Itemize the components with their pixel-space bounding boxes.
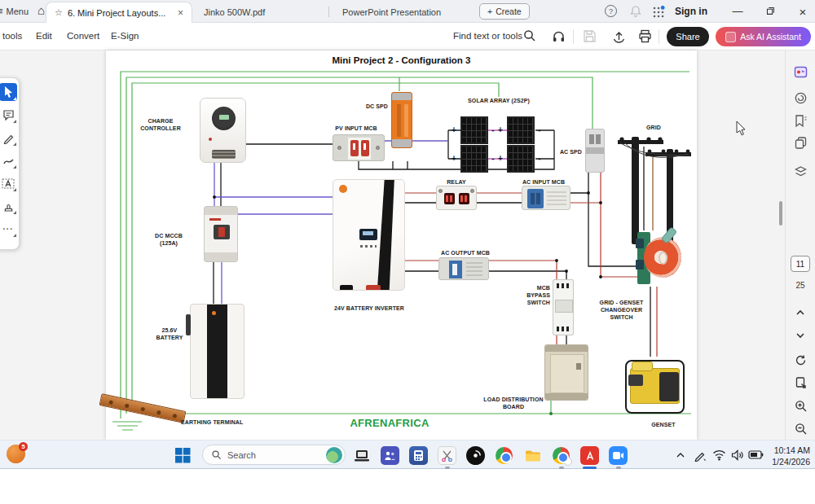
app-window: ≡ Menu ⌂ ☆ 6. Mini Project Layouts... × …	[0, 0, 815, 504]
taskbar-app-acrobat[interactable]	[580, 446, 599, 465]
rotate-page-icon[interactable]	[794, 353, 808, 367]
tray-date: 1/24/2026	[772, 456, 810, 467]
share-label: Share	[676, 32, 699, 42]
create-button[interactable]: + Create	[479, 3, 530, 20]
select-tool[interactable]	[0, 83, 17, 101]
stamp-tool[interactable]	[0, 197, 17, 215]
polarity-plus: +	[450, 154, 458, 163]
restore-button[interactable]	[762, 5, 778, 19]
battery-label: 25.6V BATTERY	[137, 327, 202, 341]
grid-label: GRID	[629, 124, 678, 131]
taskbar-app-chrome[interactable]	[495, 446, 513, 465]
tray-volume-icon[interactable]	[731, 449, 744, 461]
pages-panel-icon[interactable]	[794, 136, 808, 150]
stamp-icon	[2, 200, 15, 213]
ask-ai-assistant-button[interactable]: Ask AI Assistant	[716, 27, 811, 46]
taskbar-app-calculator[interactable]	[409, 446, 428, 465]
taskbar-app-obs[interactable]	[466, 446, 485, 465]
ac-input-mcb-label: AC INPUT MCB	[503, 178, 584, 186]
add-text-tool[interactable]	[0, 174, 17, 192]
quick-tools-palette: ···	[0, 77, 20, 250]
print-icon[interactable]	[637, 28, 653, 44]
text-box-icon	[2, 177, 15, 190]
tab-label: Jinko 500W.pdf	[204, 7, 265, 17]
minimize-button[interactable]: —	[729, 5, 746, 17]
tray-clock[interactable]: 10:14 AM 1/24/2026	[772, 445, 810, 467]
dc-mccb-device	[204, 206, 238, 262]
more-tools[interactable]: ···	[0, 220, 17, 238]
share-button[interactable]: Share	[667, 27, 709, 46]
all-tools-menu[interactable]: All tools	[0, 31, 22, 41]
star-icon[interactable]: ☆	[55, 7, 63, 18]
grid-poles	[618, 137, 691, 244]
running-indicator	[616, 467, 621, 469]
taskbar-app-zoom[interactable]	[609, 446, 628, 465]
page-number-input[interactable]: 11	[791, 256, 810, 272]
battery-device	[190, 304, 244, 399]
highlight-tool[interactable]	[0, 151, 17, 169]
sign-in-button[interactable]: Sign in	[675, 6, 707, 17]
load-board-label: LOAD DISTRIBUTION BOARD	[469, 396, 558, 410]
find-text-label[interactable]: Find text or tools	[453, 31, 522, 41]
save-icon[interactable]	[582, 28, 597, 44]
comment-tool[interactable]	[0, 106, 17, 124]
next-page-chevron-icon[interactable]	[794, 329, 807, 342]
menu-button[interactable]: ≡ Menu	[0, 5, 29, 17]
home-button[interactable]: ⌂	[37, 3, 45, 17]
upload-share-icon[interactable]	[611, 28, 627, 44]
tab-jinko-500w[interactable]: Jinko 500W.pdf	[196, 2, 324, 23]
notifications-bell-icon[interactable]	[629, 5, 642, 18]
mouse-cursor	[736, 121, 747, 137]
select-arrow-icon	[2, 85, 15, 99]
search-icon[interactable]	[522, 28, 537, 43]
notification-bubble[interactable]: 5	[7, 445, 25, 463]
tray-wifi-icon[interactable]	[712, 449, 726, 461]
tab-mini-project-layouts[interactable]: ☆ 6. Mini Project Layouts... ×	[46, 2, 192, 23]
bookmarks-panel-icon[interactable]	[794, 114, 808, 128]
polarity-plus: +	[496, 125, 504, 134]
pdf-page: Mini Project 2 - Configuration 3	[106, 50, 697, 440]
tray-battery-icon[interactable]	[748, 450, 764, 459]
draw-tool[interactable]	[0, 129, 17, 147]
tab-powerpoint[interactable]: PowerPoint Presentation	[334, 2, 471, 23]
genset-label: GENSET	[631, 421, 696, 428]
ai-assistant-panel-icon[interactable]	[794, 65, 808, 79]
previous-page-chevron-icon[interactable]	[794, 306, 807, 319]
brand-label: AFRENAFRICA	[333, 417, 447, 429]
create-label: Create	[496, 7, 522, 16]
apps-grid-icon[interactable]	[652, 5, 666, 19]
help-button[interactable]: ?	[605, 5, 617, 17]
help-icon: ?	[609, 7, 613, 15]
fit-page-icon[interactable]	[794, 376, 808, 390]
running-indicator	[559, 467, 564, 469]
comments-panel-icon[interactable]	[794, 91, 808, 105]
read-aloud-icon[interactable]	[551, 28, 566, 44]
comment-icon	[2, 109, 15, 121]
ai-assistant-icon	[725, 32, 736, 42]
convert-menu[interactable]: Convert	[67, 31, 99, 41]
ac-output-mcb-label: AC OUTPUT MCB	[425, 249, 506, 256]
badge-count: 5	[21, 443, 24, 450]
taskbar-app-chrome-profile[interactable]	[552, 446, 570, 465]
ac-spd-label: AC SPD	[543, 148, 582, 156]
layers-panel-icon[interactable]	[794, 164, 808, 178]
taskbar-app-snipping[interactable]	[438, 446, 456, 465]
zoom-in-icon[interactable]	[794, 399, 808, 413]
search-label: Search	[227, 450, 256, 460]
more-dots-icon: ···	[3, 225, 14, 234]
esign-menu[interactable]: E-Sign	[111, 31, 139, 41]
pv-input-mcb-label: PV INPUT MCB	[315, 125, 397, 132]
tray-pen-icon[interactable]	[694, 449, 707, 462]
taskbar-app-teams[interactable]	[381, 446, 399, 465]
vertical-scrollbar[interactable]	[779, 201, 782, 226]
edit-menu[interactable]: Edit	[36, 31, 52, 41]
taskbar-search[interactable]: Search	[202, 445, 346, 465]
tab-close-icon[interactable]: ×	[171, 7, 183, 19]
taskbar-app-file-explorer[interactable]	[523, 446, 542, 465]
tray-chevron-icon[interactable]	[675, 450, 686, 460]
close-button[interactable]: ×	[795, 5, 811, 19]
dc-spd-device	[391, 92, 412, 148]
zoom-out-icon[interactable]	[794, 422, 808, 436]
taskbar-app-laptop[interactable]	[352, 446, 371, 465]
start-button[interactable]	[175, 448, 191, 463]
